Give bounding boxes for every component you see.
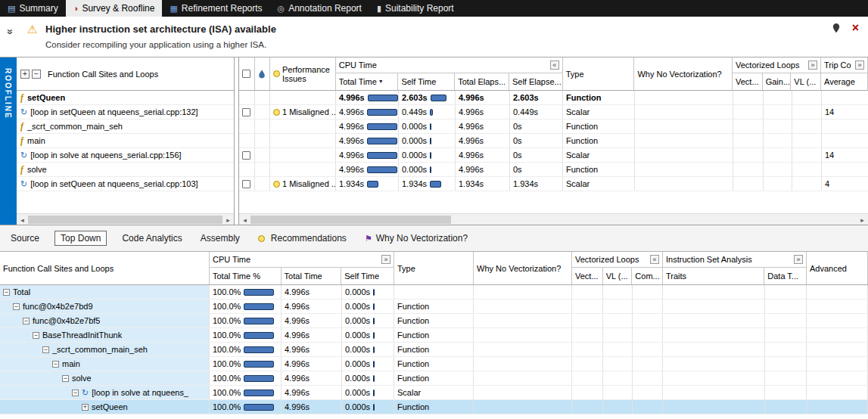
data-horizontal-scrollbar[interactable]: ◂ ▸ xyxy=(239,213,868,225)
tab-refinement-reports[interactable]: ▦Refinement Reports xyxy=(162,0,269,17)
expand-columns-icon[interactable]: » xyxy=(855,61,864,70)
type-column-header[interactable]: Type xyxy=(394,252,474,284)
tree-expander[interactable]: − xyxy=(72,390,79,396)
topdown-row[interactable]: −BaseThreadInitThunk100.0%4.996s0.000sFu… xyxy=(0,328,868,343)
droplet-column-header[interactable] xyxy=(255,57,270,90)
scroll-left-arrow[interactable]: ◂ xyxy=(17,214,28,225)
gain-column-header[interactable]: Gain... xyxy=(763,73,792,90)
vect-column-header[interactable]: Vect... xyxy=(572,268,603,284)
tree-expander[interactable]: − xyxy=(52,361,59,368)
total-time-column-header[interactable]: Total Time xyxy=(282,268,342,284)
scroll-right-arrow[interactable]: ▸ xyxy=(857,214,868,225)
collapse-columns-icon[interactable]: « xyxy=(650,255,659,264)
tab-why-no-vectorization[interactable]: ⚑Why No Vectorization? xyxy=(362,231,471,246)
roofline-tab[interactable]: ROOFLINE xyxy=(0,57,17,225)
tree-expander[interactable]: + xyxy=(82,404,89,411)
tab-annotation-report[interactable]: ◎Annotation Report xyxy=(270,0,369,17)
survey-tree-row[interactable]: fmain xyxy=(17,134,234,148)
topdown-row[interactable]: −func@0x4b2e7bf5100.0%4.996s0.000sFuncti… xyxy=(0,314,868,328)
average-column-header[interactable]: Average xyxy=(821,73,867,90)
cpu-time-group-header[interactable]: CPU Time » xyxy=(210,252,394,268)
survey-tree-row[interactable]: ↻[loop in setQueen at nqueens_serial.cpp… xyxy=(17,177,234,191)
survey-data-row[interactable]: 4.996s0.000s4.996s0sFunction xyxy=(239,163,868,177)
scroll-right-arrow[interactable]: ▸ xyxy=(222,214,234,225)
topdown-row[interactable]: −solve100.0%4.996s0.000sFunction xyxy=(0,371,868,386)
collapse-all-button[interactable]: − xyxy=(32,70,41,79)
tree-expander[interactable]: − xyxy=(62,375,69,382)
scroll-left-arrow[interactable]: ◂ xyxy=(239,214,250,225)
topdown-row[interactable]: −↻[loop in solve at nqueens_100.0%4.996s… xyxy=(0,386,868,400)
vect-column-header[interactable]: Vect... xyxy=(733,73,763,90)
advanced-column-header[interactable]: Advanced xyxy=(807,252,868,284)
trip-counts-group-header[interactable]: Trip Co » xyxy=(821,57,867,73)
topdown-row[interactable]: −_scrt_common_main_seh100.0%4.996s0.000s… xyxy=(0,343,868,357)
survey-data-row[interactable]: 1 Misaligned ...4.996s0.449s4.996s0.449s… xyxy=(239,105,868,119)
scroll-thumb[interactable] xyxy=(250,216,451,224)
survey-tree-row[interactable]: f_scrt_common_main_seh xyxy=(17,119,234,134)
expand-columns-icon[interactable]: » xyxy=(808,61,817,70)
vl-column-header[interactable]: VL (... xyxy=(603,268,633,284)
total-time-column-header[interactable]: Total Time ▼ xyxy=(336,73,399,90)
survey-tree-row[interactable]: ↻[loop in solve at nqueens_serial.cpp:15… xyxy=(17,148,234,163)
tree-horizontal-scrollbar[interactable]: ◂ ▸ xyxy=(17,213,234,225)
survey-data-row[interactable]: 4.996s2.603s4.996s2.603sFunction xyxy=(239,91,868,105)
pin-icon[interactable] xyxy=(832,23,841,33)
topdown-tree-header[interactable]: Function Call Sites and Loops xyxy=(0,252,210,284)
tree-expander[interactable]: − xyxy=(42,346,49,353)
self-time-column-header[interactable]: Self Time xyxy=(398,73,455,90)
instruction-set-analysis-group-header[interactable]: Instruction Set Analysis » xyxy=(663,252,806,268)
tab-survey-roofline[interactable]: ◑Survey & Roofline xyxy=(66,0,163,17)
expand-columns-icon[interactable]: » xyxy=(381,255,390,264)
expand-all-button[interactable]: + xyxy=(20,70,30,79)
tab-suitability-report[interactable]: ▮Suitability Report xyxy=(369,0,462,17)
tree-expander[interactable]: − xyxy=(3,289,10,296)
self-time-cell: 0.000s xyxy=(342,314,394,327)
topdown-row[interactable]: −main100.0%4.996s0.000sFunction xyxy=(0,357,868,371)
checkbox-column-header[interactable] xyxy=(239,57,255,90)
row-checkbox[interactable] xyxy=(242,151,250,160)
survey-tree-row[interactable]: ↻[loop in setQueen at nqueens_serial.cpp… xyxy=(17,105,234,119)
scroll-thumb[interactable] xyxy=(28,216,222,224)
vl-column-header[interactable]: VL (... xyxy=(791,73,820,90)
survey-data-row[interactable]: 4.996s0.000s4.996s0sFunction xyxy=(239,134,868,148)
data-t-column-header[interactable]: Data T... xyxy=(764,268,806,284)
vectorized-loops-group-header[interactable]: Vectorized Loops » xyxy=(733,57,820,73)
cpu-time-group-header[interactable]: CPU Time « xyxy=(336,57,562,73)
why-no-vectorization-column-header[interactable]: Why No Vectorization? xyxy=(474,252,572,284)
com-column-header[interactable]: Com... xyxy=(632,268,662,284)
tree-expander[interactable]: − xyxy=(33,332,39,339)
collapse-columns-icon[interactable]: « xyxy=(550,61,559,70)
row-checkbox[interactable] xyxy=(242,108,250,116)
survey-data-row[interactable]: 4.996s0.000s4.996s0sScalar14 xyxy=(239,148,868,163)
expand-columns-icon[interactable]: » xyxy=(794,255,803,264)
row-checkbox[interactable] xyxy=(242,180,250,188)
survey-tree-row[interactable]: fsolve xyxy=(17,163,234,177)
self-time-column-header[interactable]: Self Time xyxy=(341,268,394,284)
type-column-header[interactable]: Type xyxy=(563,57,635,90)
vectorized-loops-group-header[interactable]: Vectorized Loops « xyxy=(572,252,662,268)
type-cell: Function xyxy=(394,300,474,313)
tab-source[interactable]: Source xyxy=(8,231,42,246)
tab-recommendations[interactable]: Recommendations xyxy=(255,231,350,246)
tree-expander[interactable]: − xyxy=(13,303,20,310)
tab-assembly[interactable]: Assembly xyxy=(198,231,243,246)
tab-summary[interactable]: ▤Summary xyxy=(0,0,66,17)
traits-column-header[interactable]: Traits xyxy=(663,268,764,284)
close-icon[interactable]: × xyxy=(852,21,859,35)
survey-data-row[interactable]: 1 Misaligned ...1.934s1.934s1.934s1.934s… xyxy=(239,177,868,191)
topdown-row[interactable]: −Total100.0%4.996s0.000s xyxy=(0,285,868,300)
topdown-row[interactable]: +setQueen100.0%4.996s0.000sFunction xyxy=(0,400,868,414)
topdown-row[interactable]: −func@0x4b2e7bd9100.0%4.996s0.000sFuncti… xyxy=(0,300,868,314)
survey-tree-row[interactable]: fsetQueen xyxy=(17,91,234,105)
survey-data-row[interactable]: 4.996s0.000s4.996s0sFunction xyxy=(239,119,868,134)
header-label: Average xyxy=(824,77,855,86)
tab-code-analytics[interactable]: Code Analytics xyxy=(119,231,185,246)
collapse-banner-chevron-icon[interactable]: » xyxy=(5,29,17,35)
self-elapsed-column-header[interactable]: Self Elapse... xyxy=(509,73,562,90)
performance-issues-column-header[interactable]: Performance Issues xyxy=(270,57,336,90)
total-elapsed-column-header[interactable]: Total Elaps... xyxy=(455,73,509,90)
total-time-pct-column-header[interactable]: Total Time % xyxy=(210,268,282,284)
tree-expander[interactable]: − xyxy=(23,318,30,324)
why-no-vectorization-column-header[interactable]: Why No Vectorization? xyxy=(634,57,733,90)
tab-top-down[interactable]: Top Down xyxy=(54,231,107,246)
